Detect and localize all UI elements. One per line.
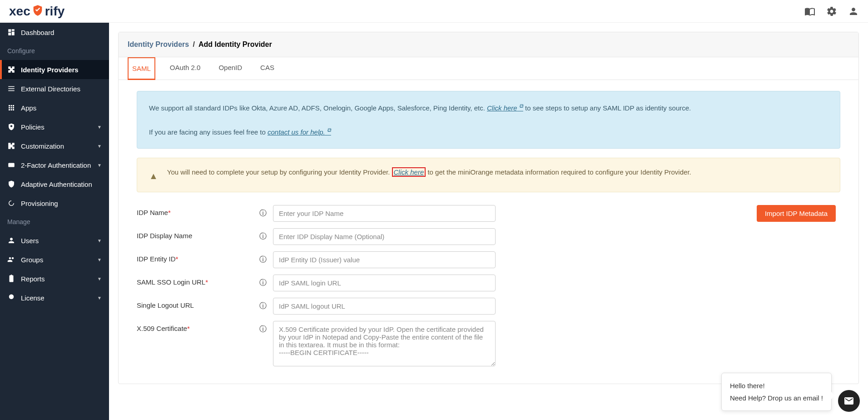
user-icon (7, 236, 15, 245)
tab-openid[interactable]: OpenID (215, 57, 246, 80)
chevron-down-icon: ▼ (97, 238, 102, 243)
tab-saml[interactable]: SAML (128, 57, 155, 80)
input-idp-display[interactable] (273, 228, 496, 245)
external-link-icon: ⧉ (519, 103, 523, 109)
link-metadata[interactable]: Click here (392, 167, 426, 177)
nav-adaptive-auth[interactable]: Adaptive Authentication (0, 175, 109, 194)
breadcrumb-current: Add Identity Provider (198, 40, 272, 48)
info-icon[interactable]: ⓘ (259, 298, 273, 311)
row-idp-display: IDP Display Name ⓘ (137, 228, 840, 245)
chat-button[interactable] (838, 390, 860, 412)
info-box: We support all standard IDPs like Okta, … (137, 91, 840, 149)
row-sso-url: SAML SSO Login URL* ⓘ (137, 275, 840, 291)
input-idp-entity[interactable] (273, 251, 496, 268)
chevron-down-icon: ▼ (97, 125, 102, 130)
nav-policies[interactable]: Policies▼ (0, 117, 109, 136)
label-idp-name: IDP Name* (137, 205, 259, 216)
link-setup-steps[interactable]: Click here ⧉ (487, 104, 523, 112)
breadcrumb-parent[interactable]: Identity Providers (128, 40, 189, 48)
info-icon[interactable]: ⓘ (259, 228, 273, 241)
label-sso-url: SAML SSO Login URL* (137, 275, 259, 286)
chevron-down-icon: ▼ (97, 295, 102, 300)
topbar: xec rify (0, 0, 868, 23)
nav-identity-providers[interactable]: Identity Providers (0, 60, 109, 79)
tab-oauth[interactable]: OAuth 2.0 (166, 57, 204, 80)
user-icon[interactable] (848, 6, 859, 17)
topbar-actions (804, 6, 859, 17)
mail-icon (843, 395, 854, 406)
info-icon[interactable]: ⓘ (259, 205, 273, 218)
chevron-down-icon: ▼ (97, 257, 102, 262)
info-icon[interactable]: ⓘ (259, 321, 273, 334)
sync-icon (7, 199, 15, 207)
tab-cas[interactable]: CAS (257, 57, 278, 80)
nav-label: Adaptive Authentication (21, 180, 92, 188)
svg-point-1 (9, 295, 14, 300)
nav-label: Provisioning (21, 200, 58, 207)
shield-gear-icon (7, 123, 15, 131)
nav-label: Policies (21, 123, 45, 131)
nav-license[interactable]: License▼ (0, 288, 109, 307)
textarea-cert[interactable] (273, 321, 496, 366)
input-idp-name[interactable] (273, 205, 496, 222)
sidebar: Dashboard Configure Identity Providers E… (0, 23, 109, 420)
nav-apps[interactable]: Apps (0, 98, 109, 117)
nav-label: Apps (21, 104, 36, 112)
nav-label: Customization (21, 142, 64, 150)
label-idp-entity: IDP Entity ID* (137, 251, 259, 263)
nav-label: Groups (21, 256, 43, 264)
row-idp-name: IDP Name* ⓘ (137, 205, 757, 222)
nav-2fa[interactable]: 2-Factor Authentication▼ (0, 155, 109, 175)
label-cert: X.509 Certificate* (137, 321, 259, 332)
nav-reports[interactable]: Reports▼ (0, 269, 109, 288)
nav-provisioning[interactable]: Provisioning (0, 194, 109, 213)
nav-customization[interactable]: Customization▼ (0, 136, 109, 155)
info-icon[interactable]: ⓘ (259, 251, 273, 265)
label-idp-display: IDP Display Name (137, 228, 259, 240)
external-link-icon: ⧉ (327, 127, 331, 133)
row-cert: X.509 Certificate* ⓘ (137, 321, 840, 366)
link-contact-help[interactable]: contact us for help. ⧉ (268, 128, 331, 136)
input-slo-url[interactable] (273, 298, 496, 315)
nav-groups[interactable]: Groups▼ (0, 250, 109, 269)
input-sso-url[interactable] (273, 275, 496, 291)
grid-icon (7, 104, 15, 112)
nav-label: 2-Factor Authentication (21, 161, 91, 169)
badge-icon (7, 294, 15, 302)
puzzle-icon (7, 142, 15, 150)
nav-label: License (21, 294, 45, 302)
nav-users[interactable]: Users▼ (0, 231, 109, 250)
nav-external-directories[interactable]: External Directories (0, 79, 109, 98)
breadcrumb-sep: / (193, 40, 195, 48)
info-text: to see steps to setup any SAML IDP as id… (525, 104, 691, 112)
gear-icon[interactable] (826, 6, 837, 17)
key-icon (7, 161, 15, 169)
logo-text-2: rify (45, 4, 65, 19)
nav-label: Dashboard (21, 29, 54, 36)
clipboard-icon (7, 275, 15, 283)
svg-rect-0 (8, 163, 15, 167)
nav-label: Reports (21, 275, 45, 283)
dashboard-icon (7, 28, 15, 36)
label-slo-url: Single Logout URL (137, 298, 259, 309)
shield-check-icon (7, 180, 15, 188)
nav-label: Users (21, 237, 39, 245)
chevron-down-icon: ▼ (97, 276, 102, 281)
warn-text: You will need to complete your setup by … (167, 168, 392, 176)
info-text: If you are facing any issues feel free t… (149, 128, 268, 136)
chevron-down-icon: ▼ (97, 163, 102, 168)
docs-icon[interactable] (804, 6, 815, 17)
shield-check-icon (31, 4, 44, 17)
info-icon[interactable]: ⓘ (259, 275, 273, 288)
nav-dashboard[interactable]: Dashboard (0, 23, 109, 42)
logo[interactable]: xec rify (9, 4, 64, 19)
import-metadata-button[interactable]: Import IDP Metadata (757, 205, 836, 222)
puzzle-icon (7, 65, 15, 74)
breadcrumb: Identity Providers / Add Identity Provid… (119, 32, 858, 57)
chat-greeting: Hello there! (730, 380, 823, 392)
warn-text: to get the miniOrange metadata informati… (427, 168, 691, 176)
info-text: We support all standard IDPs like Okta, … (149, 104, 487, 112)
popup-caret (831, 392, 835, 399)
chevron-down-icon: ▼ (97, 144, 102, 149)
card: Identity Providers / Add Identity Provid… (118, 32, 859, 384)
